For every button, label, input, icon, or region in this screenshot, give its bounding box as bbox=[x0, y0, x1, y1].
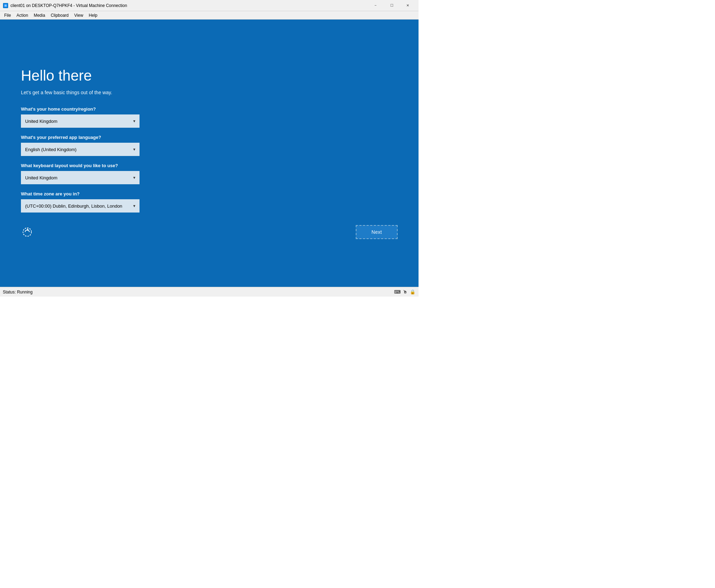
menu-item-view[interactable]: View bbox=[72, 12, 86, 18]
menu-item-action[interactable]: Action bbox=[14, 12, 31, 18]
main-window: Hello there Let's get a few basic things… bbox=[0, 20, 419, 287]
country-label: What's your home country/region? bbox=[21, 106, 398, 112]
content-area: Hello there Let's get a few basic things… bbox=[21, 20, 398, 287]
menubar: FileActionMediaClipboardViewHelp bbox=[0, 11, 419, 20]
country-section: What's your home country/region? United … bbox=[21, 106, 398, 128]
timezone-select-wrapper: (UTC+00:00) Dublin, Edinburgh, Lisbon, L… bbox=[21, 199, 140, 213]
restore-button[interactable]: ☐ bbox=[384, 0, 400, 11]
keyboard-select-wrapper: United Kingdom United States German Fren… bbox=[21, 171, 140, 184]
status-text: Status: Running bbox=[3, 290, 32, 295]
window-title: client01 on DESKTOP-Q7HPKF4 - Virtual Ma… bbox=[10, 3, 368, 8]
mouse-statusbar-icon: 🖱 bbox=[402, 289, 408, 295]
keyboard-statusbar-icon: ⌨ bbox=[394, 289, 400, 295]
language-select[interactable]: English (United Kingdom) English (United… bbox=[21, 143, 140, 156]
minimize-button[interactable]: − bbox=[368, 0, 384, 11]
page-heading: Hello there bbox=[21, 67, 398, 84]
menu-item-media[interactable]: Media bbox=[31, 12, 48, 18]
keyboard-label: What keyboard layout would you like to u… bbox=[21, 163, 398, 168]
timezone-section: What time zone are you in? (UTC+00:00) D… bbox=[21, 191, 398, 213]
country-select-wrapper: United Kingdom United States Canada Aust… bbox=[21, 114, 140, 128]
menu-item-clipboard[interactable]: Clipboard bbox=[48, 12, 71, 18]
refresh-icon[interactable] bbox=[21, 226, 33, 238]
keyboard-section: What keyboard layout would you like to u… bbox=[21, 163, 398, 184]
window-controls: − ☐ ✕ bbox=[368, 0, 416, 11]
next-button[interactable]: Next bbox=[356, 225, 398, 239]
titlebar: client01 on DESKTOP-Q7HPKF4 - Virtual Ma… bbox=[0, 0, 419, 11]
menu-item-file[interactable]: File bbox=[1, 12, 14, 18]
menu-item-help[interactable]: Help bbox=[86, 12, 100, 18]
keyboard-select[interactable]: United Kingdom United States German Fren… bbox=[21, 171, 140, 184]
statusbar-icons: ⌨ 🖱 🔒 bbox=[394, 289, 416, 295]
timezone-label: What time zone are you in? bbox=[21, 191, 398, 196]
app-icon bbox=[3, 3, 8, 8]
language-select-wrapper: English (United Kingdom) English (United… bbox=[21, 143, 140, 156]
svg-rect-2 bbox=[5, 5, 7, 7]
language-label: What's your preferred app language? bbox=[21, 135, 398, 140]
statusbar: Status: Running ⌨ 🖱 🔒 bbox=[0, 287, 419, 297]
language-section: What's your preferred app language? Engl… bbox=[21, 135, 398, 156]
page-subtitle: Let's get a few basic things out of the … bbox=[21, 90, 398, 95]
timezone-select[interactable]: (UTC+00:00) Dublin, Edinburgh, Lisbon, L… bbox=[21, 199, 140, 213]
bottom-bar: Next bbox=[21, 219, 398, 246]
lock-statusbar-icon: 🔒 bbox=[409, 289, 416, 295]
country-select[interactable]: United Kingdom United States Canada Aust… bbox=[21, 114, 140, 128]
close-button[interactable]: ✕ bbox=[400, 0, 416, 11]
